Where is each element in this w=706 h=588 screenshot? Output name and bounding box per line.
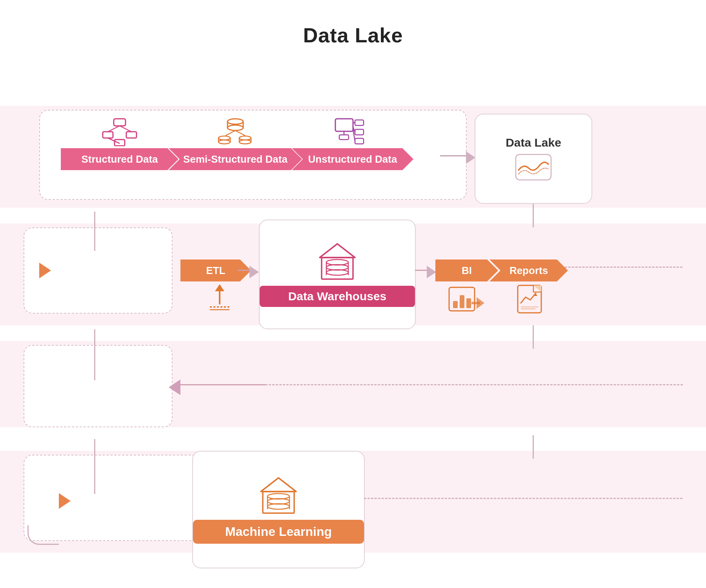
svg-marker-35 [320, 244, 355, 258]
row2-right-dashed [565, 267, 682, 268]
svg-line-2 [120, 126, 131, 132]
vert-connector-right-2 [533, 325, 534, 349]
row1-to-datalake-arrow [466, 151, 475, 164]
row2-left-arrow [39, 263, 51, 278]
machine-learning-label: Machine Learning [193, 520, 364, 544]
data-warehouses-label: Data Warehouses [260, 286, 415, 307]
structured-data-label: Structured Data [61, 148, 178, 170]
data-warehouses-box: Data Warehouses [259, 220, 416, 329]
svg-rect-45 [466, 298, 471, 308]
row4-corner-marker [27, 525, 59, 545]
svg-rect-47 [471, 302, 480, 304]
diagram: Structured Data Semi-Structured Data Uns… [0, 55, 706, 588]
vert-connector-left-23 [94, 329, 95, 380]
etl-dw-connector [238, 270, 249, 271]
svg-point-20 [239, 140, 251, 144]
row1-connector-line [440, 155, 466, 156]
reports-label: Reports [489, 260, 568, 281]
svg-point-13 [218, 136, 230, 140]
svg-rect-28 [355, 138, 364, 144]
row4-left-arrow [59, 493, 71, 509]
svg-point-16 [218, 140, 230, 144]
svg-rect-21 [335, 119, 353, 131]
svg-point-17 [239, 136, 251, 140]
semi-structured-icon [192, 116, 278, 147]
unstructured-label: Unstructured Data [292, 148, 413, 170]
svg-rect-44 [460, 295, 464, 308]
svg-line-6 [108, 138, 120, 143]
row3-right-dashed [265, 384, 683, 385]
svg-rect-3 [103, 132, 113, 138]
etl-icon [192, 278, 247, 314]
vert-connector-left-34 [94, 439, 95, 494]
svg-marker-62 [261, 478, 296, 492]
row3-left-container [24, 345, 173, 427]
svg-point-10 [227, 125, 243, 131]
svg-marker-32 [215, 284, 224, 291]
etl-to-dw-arrow [249, 266, 259, 278]
vert-connector-right-1 [533, 204, 534, 227]
svg-line-1 [108, 126, 120, 132]
bi-icon [439, 281, 494, 317]
bi-label: BI [435, 260, 498, 281]
svg-line-12 [235, 131, 245, 136]
svg-rect-4 [126, 132, 136, 138]
dw-bi-connector [415, 270, 427, 271]
svg-rect-23 [339, 135, 349, 140]
reports-icon [506, 281, 561, 317]
svg-rect-5 [115, 140, 125, 146]
machine-learning-box: Machine Learning [192, 451, 365, 568]
vert-connector-left-12 [94, 212, 95, 251]
semi-structured-label: Semi-Structured Data [169, 148, 302, 170]
svg-line-11 [226, 131, 235, 136]
data-lake-label: Data Lake [506, 136, 561, 149]
row3-center-connector [180, 384, 266, 385]
svg-point-7 [227, 119, 243, 124]
row3-center-arrow [169, 379, 180, 395]
svg-rect-43 [453, 301, 458, 308]
svg-rect-26 [355, 129, 364, 135]
dw-to-bi-arrow [427, 266, 436, 278]
row4-right-dashed [364, 498, 682, 499]
unstructured-icon [310, 116, 388, 147]
svg-rect-0 [114, 119, 126, 126]
vert-connector-right-3 [533, 435, 534, 459]
page-title: Data Lake [0, 0, 706, 47]
data-lake-box: Data Lake [475, 114, 592, 204]
svg-marker-49 [533, 285, 541, 292]
svg-rect-24 [355, 120, 364, 125]
structured-data-icon [80, 116, 159, 147]
